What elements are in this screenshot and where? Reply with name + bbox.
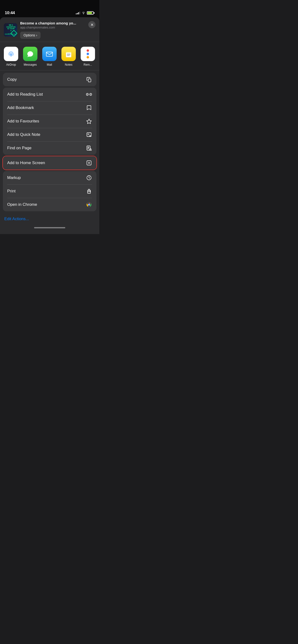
svg-point-21 (90, 149, 91, 150)
edit-actions-section[interactable]: Edit Actions... (0, 213, 99, 225)
svg-rect-8 (88, 79, 91, 82)
svg-rect-2 (46, 52, 53, 56)
svg-rect-27 (88, 192, 90, 193)
svg-point-12 (90, 94, 91, 95)
reading-list-action[interactable]: Add to Reading List (3, 88, 96, 101)
svg-line-22 (91, 150, 92, 151)
favourites-action[interactable]: Add to Favourites (3, 114, 96, 128)
reminders-label: Rem... (83, 63, 92, 66)
messages-icon (26, 50, 35, 58)
home-screen-wrap: Add to Home Screen (3, 156, 96, 170)
bookmark-icon (86, 105, 92, 111)
notes-icon (64, 50, 73, 58)
mail-label: Mail (47, 63, 52, 66)
app-mail[interactable]: Mail (42, 47, 57, 66)
app-messages[interactable]: Messages (23, 47, 37, 66)
find-on-page-icon (86, 145, 92, 151)
svg-point-10 (87, 94, 88, 95)
open-chrome-label: Open in Chrome (7, 202, 37, 207)
link-preview: ME A CHAMPIONIG YOURS nionMATES.com Beco… (0, 17, 99, 42)
svg-rect-28 (88, 189, 90, 190)
open-chrome-action[interactable]: Open in Chrome (3, 198, 96, 211)
favourites-icon (86, 118, 92, 124)
close-button[interactable]: ✕ (88, 21, 95, 28)
home-screen-action[interactable]: Add to Home Screen (3, 156, 96, 170)
bookmark-action[interactable]: Add Bookmark (3, 101, 96, 114)
link-thumbnail: ME A CHAMPIONIG YOURS nionMATES.com (4, 23, 17, 37)
actions-group-2: Markup Print (3, 171, 96, 211)
battery-icon (87, 11, 95, 14)
edit-actions-label: Edit Actions... (4, 216, 29, 221)
copy-section: Copy (3, 73, 96, 86)
notes-label: Notes (65, 63, 72, 66)
airdrop-icon (7, 50, 15, 58)
copy-icon (86, 76, 92, 83)
home-bar (34, 227, 65, 228)
status-icons (76, 11, 95, 15)
svg-point-29 (90, 191, 91, 192)
app-reminders[interactable]: Rem... (81, 47, 95, 66)
link-url: app.championmates.com (20, 26, 95, 29)
reading-list-label: Add to Reading List (7, 92, 43, 97)
link-title: Become a champion among yo... (20, 21, 95, 25)
status-time: 10:44 (5, 10, 15, 15)
dim-background: 10:44 (0, 0, 99, 234)
copy-label: Copy (7, 77, 17, 82)
print-icon (86, 188, 92, 194)
app-airdrop[interactable]: AirDrop (4, 47, 18, 66)
svg-point-0 (11, 55, 12, 56)
status-bar: 10:44 (0, 7, 99, 17)
share-sheet: ME A CHAMPIONIG YOURS nionMATES.com Beco… (0, 17, 99, 234)
markup-label: Markup (7, 176, 21, 180)
quick-note-label: Add to Quick Note (7, 132, 40, 137)
home-screen-label: Add to Home Screen (7, 160, 45, 165)
home-screen-icon (86, 160, 92, 166)
signal-icon (76, 12, 80, 14)
actions-group-1: Add to Reading List Add Bookmark (3, 88, 96, 155)
link-info: Become a champion among yo... app.champi… (20, 21, 95, 39)
wifi-icon (82, 11, 85, 15)
messages-label: Messages (24, 63, 37, 66)
quick-note-icon (86, 132, 92, 138)
airdrop-label: AirDrop (6, 63, 16, 66)
print-label: Print (7, 189, 16, 194)
svg-point-33 (89, 204, 90, 205)
options-button[interactable]: Options › (20, 32, 41, 39)
apps-row: AirDrop Messages Mail (0, 42, 99, 70)
svg-marker-13 (87, 119, 91, 124)
favourites-label: Add to Favourites (7, 119, 39, 124)
mail-icon (45, 50, 54, 58)
svg-rect-4 (66, 51, 71, 52)
quick-note-action[interactable]: Add to Quick Note (3, 128, 96, 141)
markup-icon (86, 175, 92, 181)
home-indicator (0, 225, 99, 229)
chrome-icon (86, 202, 92, 208)
bookmark-label: Add Bookmark (7, 106, 34, 110)
find-on-page-label: Find on Page (7, 146, 32, 150)
find-on-page-action[interactable]: Find on Page (3, 141, 96, 155)
reading-list-icon (86, 91, 92, 98)
copy-action[interactable]: Copy (3, 73, 96, 86)
print-action[interactable]: Print (3, 184, 96, 198)
app-notes[interactable]: Notes (61, 47, 76, 66)
markup-action[interactable]: Markup (3, 171, 96, 184)
